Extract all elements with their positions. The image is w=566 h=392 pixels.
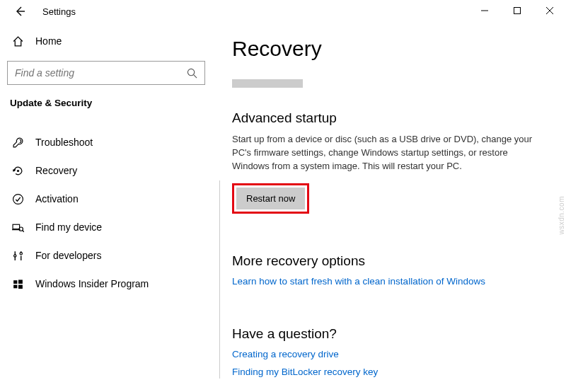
nav-label: Activation	[35, 193, 79, 204]
arrow-left-icon	[14, 6, 25, 17]
nav-find-my-device[interactable]: Find my device	[7, 213, 205, 241]
troubleshoot-icon	[10, 137, 25, 149]
nav-label: Recovery	[35, 165, 77, 176]
advanced-startup-desc: Start up from a device or disc (such as …	[232, 133, 536, 173]
nav-label: Windows Insider Program	[35, 278, 149, 289]
category-heading: Update & Security	[7, 98, 205, 108]
search-icon	[187, 68, 197, 79]
svg-point-7	[20, 252, 22, 254]
restart-now-button[interactable]: Restart now	[236, 188, 305, 209]
nav-list: Troubleshoot Recovery Activation Find my…	[7, 128, 205, 298]
bitlocker-key-link[interactable]: Finding my BitLocker recovery key	[232, 367, 545, 377]
home-icon	[10, 35, 25, 47]
maximize-button[interactable]	[501, 0, 533, 21]
more-recovery-heading: More recovery options	[232, 253, 545, 269]
watermark: wsxdn.com	[558, 196, 566, 235]
activation-icon	[10, 193, 25, 205]
nav-label: Troubleshoot	[35, 137, 93, 148]
nav-recovery[interactable]: Recovery	[7, 156, 205, 185]
nav-for-developers[interactable]: For developers	[7, 241, 205, 270]
svg-rect-10	[13, 284, 17, 288]
close-button[interactable]	[533, 0, 566, 21]
minimize-icon	[481, 7, 488, 14]
have-question-heading: Have a question?	[232, 326, 545, 342]
page-title: Recovery	[232, 37, 545, 61]
search-box[interactable]	[7, 61, 205, 85]
maximize-icon	[514, 7, 521, 14]
nav-label: For developers	[35, 250, 101, 261]
highlight-box: Restart now	[232, 183, 309, 214]
home-label: Home	[35, 35, 62, 47]
advanced-startup-heading: Advanced startup	[232, 110, 545, 126]
svg-rect-9	[18, 279, 23, 284]
nav-label: Find my device	[35, 221, 102, 233]
svg-point-1	[187, 69, 194, 75]
svg-rect-0	[514, 8, 521, 14]
insider-icon	[10, 278, 25, 290]
minimize-button[interactable]	[468, 0, 501, 21]
nav-insider-program[interactable]: Windows Insider Program	[7, 270, 205, 298]
window-title: Settings	[42, 6, 76, 17]
start-fresh-link[interactable]: Learn how to start fresh with a clean in…	[232, 276, 545, 287]
recovery-drive-link[interactable]: Creating a recovery drive	[232, 349, 545, 359]
sidebar: Home Update & Security Troubleshoot Reco…	[0, 23, 212, 392]
window-controls	[468, 0, 566, 21]
home-nav[interactable]: Home	[7, 28, 205, 54]
recovery-icon	[10, 165, 25, 177]
nav-activation[interactable]: Activation	[7, 185, 205, 213]
truncated-button[interactable]	[232, 79, 303, 88]
search-input[interactable]	[15, 67, 187, 79]
svg-rect-4	[13, 224, 20, 229]
main-content: Recovery Advanced startup Start up from …	[212, 23, 566, 392]
developers-icon	[10, 250, 25, 262]
nav-troubleshoot[interactable]: Troubleshoot	[7, 128, 205, 156]
svg-rect-11	[18, 284, 23, 289]
svg-point-2	[16, 169, 18, 171]
find-device-icon	[10, 221, 25, 234]
svg-point-6	[13, 254, 16, 256]
svg-point-3	[13, 194, 23, 204]
close-icon	[546, 7, 553, 14]
svg-rect-8	[13, 280, 17, 284]
back-button[interactable]	[10, 1, 30, 21]
